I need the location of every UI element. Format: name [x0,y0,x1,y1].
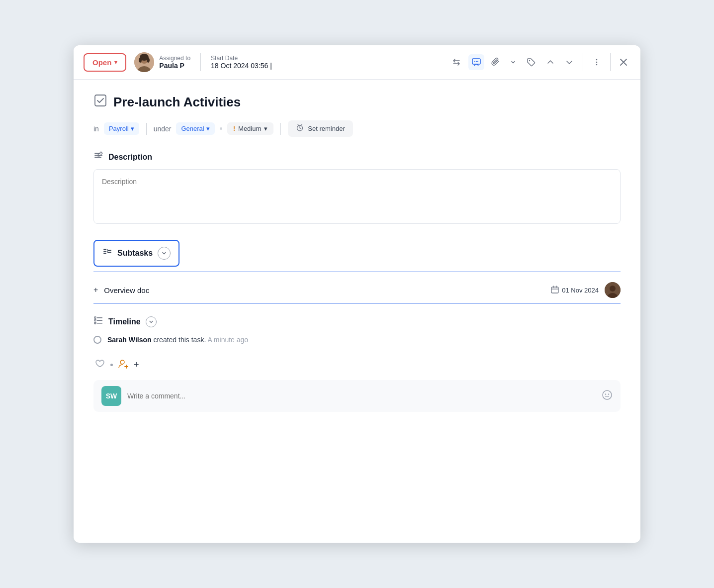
meta-row: in Payroll ▾ under General ▾ ! Medium ▾ [93,120,621,137]
assignee-name: Paula P [159,62,190,70]
subtask-date: 01 Nov 2024 [551,286,599,295]
reactions-row: + [93,358,621,372]
reaction-separator-dot [110,364,113,366]
svg-point-10 [529,60,530,61]
heart-reaction-button[interactable] [93,358,105,372]
svg-rect-23 [107,252,111,253]
timeline-icon [93,315,103,328]
subtask-plus-icon: + [93,286,98,294]
category-tag[interactable]: General ▾ [176,122,214,135]
svg-point-36 [605,393,606,394]
assignee-info: Assigned to Paula P [159,55,190,70]
emoji-button[interactable] [602,390,613,403]
transfer-button[interactable] [448,54,464,70]
svg-rect-19 [103,249,106,250]
svg-rect-22 [107,250,111,251]
subtask-bottom-divider [93,303,621,303]
navigate-down-button[interactable] [562,55,577,70]
header-actions [448,53,630,71]
task-icon [93,94,107,110]
svg-rect-28 [94,317,96,318]
svg-rect-20 [103,251,106,252]
reminder-icon [296,124,304,133]
status-chevron: ▾ [114,59,117,66]
svg-point-13 [596,64,598,66]
project-chevron: ▾ [131,125,134,132]
svg-rect-29 [94,320,96,321]
category-label: General [181,125,204,132]
status-button[interactable]: Open ▾ [84,53,126,72]
project-label: Payroll [109,125,129,132]
svg-rect-32 [97,320,102,321]
reminder-button[interactable]: Set reminder [288,120,353,137]
timeline-action: created this task. [153,336,207,344]
comment-input[interactable] [127,392,596,400]
subtask-top-divider [93,272,621,272]
timeline-text: Sarah Wilson created this task. A minute… [107,336,248,344]
attachment-chevron-button[interactable] [507,56,519,68]
subtask-name: Overview doc [104,286,545,294]
svg-rect-24 [551,287,558,293]
header-divider-3 [610,53,611,71]
task-title: Pre-launch Activities [113,95,241,110]
subtasks-section: Subtasks + Overview doc 01 Nov 2024 [93,240,621,303]
assign-reaction-button[interactable] [118,358,129,372]
svg-point-5 [147,58,150,63]
task-title-row: Pre-launch Activities [93,94,621,110]
subtasks-box[interactable]: Subtasks [93,240,179,267]
subtask-date-icon [551,286,559,295]
timeline-header: Timeline [93,315,621,328]
project-tag[interactable]: Payroll ▾ [104,122,139,135]
svg-point-8 [476,61,477,62]
subtask-row[interactable]: + Overview doc 01 Nov 2024 [93,277,621,303]
svg-point-7 [474,61,475,62]
status-label: Open [92,58,111,67]
tag-button[interactable] [523,54,539,70]
timeline-title: Timeline [108,317,141,326]
under-label: under [154,125,172,133]
start-date-value: 18 Oct 2024 03:56 | [211,62,272,70]
svg-point-9 [477,61,478,62]
svg-point-35 [603,391,612,399]
svg-rect-30 [94,322,96,324]
meta-divider-2 [280,123,281,135]
priority-icon: ! [233,125,235,132]
subtasks-chevron [158,247,171,260]
subtasks-icon [102,247,112,259]
more-options-button[interactable] [589,55,604,70]
assignee-label: Assigned to [159,55,190,62]
in-label: in [93,125,99,133]
reminder-label: Set reminder [308,125,345,132]
timeline-chevron[interactable] [146,316,157,327]
start-date-section: Start Date 18 Oct 2024 03:56 | [211,55,272,70]
svg-point-34 [120,360,124,364]
header-divider-1 [200,53,201,71]
comment-row: SW [93,380,621,412]
priority-label: Medium [238,125,261,132]
attachment-button[interactable] [488,54,503,70]
description-textarea[interactable] [93,169,621,224]
timeline-author: Sarah Wilson [107,336,152,344]
timeline-time: A minute ago [207,336,248,344]
meta-dot [220,127,222,130]
svg-rect-31 [97,317,102,318]
svg-point-26 [610,286,616,292]
navigate-up-button[interactable] [543,55,558,70]
timeline-dot [93,336,101,344]
subtask-due-date: 01 Nov 2024 [562,287,599,294]
priority-tag[interactable]: ! Medium ▾ [227,122,274,135]
modal-header: Open ▾ Assigned to Paula P [74,45,640,80]
svg-rect-17 [94,155,102,156]
timeline-entry: Sarah Wilson created this task. A minute… [93,336,621,344]
chat-button[interactable] [468,54,484,70]
modal-content: Pre-launch Activities in Payroll ▾ under… [74,80,640,543]
svg-point-4 [139,58,142,63]
avatar [134,52,154,72]
svg-point-11 [596,59,598,61]
svg-rect-14 [95,95,106,106]
add-reaction-button[interactable]: + [134,360,139,370]
assignee-section: Assigned to Paula P [134,52,190,72]
close-button[interactable] [617,55,630,69]
category-chevron: ▾ [206,125,210,132]
commenter-initials: SW [106,392,117,400]
